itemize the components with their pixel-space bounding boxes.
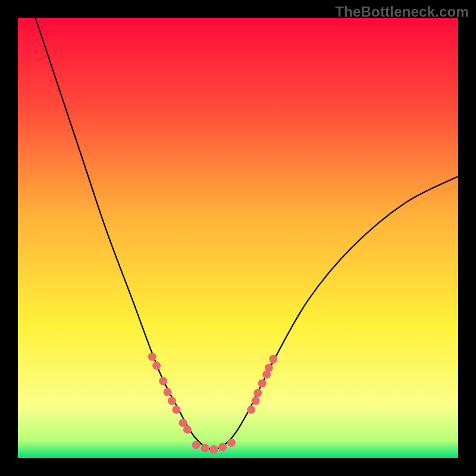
- data-marker: [258, 379, 267, 387]
- data-marker: [183, 425, 192, 434]
- data-marker: [152, 362, 161, 370]
- data-marker: [168, 397, 176, 405]
- data-marker: [209, 445, 218, 453]
- data-marker: [148, 353, 156, 361]
- data-marker: [227, 439, 236, 447]
- data-marker: [252, 397, 260, 405]
- data-marker: [218, 443, 227, 452]
- data-marker: [159, 377, 167, 386]
- chart-frame: TheBottleneck.com: [0, 0, 476, 476]
- data-marker: [164, 388, 172, 396]
- data-marker: [253, 389, 262, 397]
- data-marker: [247, 406, 255, 414]
- data-marker: [172, 406, 180, 414]
- chart-svg: [0, 0, 476, 476]
- data-marker: [201, 444, 209, 452]
- data-marker: [265, 364, 273, 372]
- data-marker: [269, 355, 277, 364]
- plot-background: [18, 18, 458, 458]
- data-marker: [192, 441, 201, 449]
